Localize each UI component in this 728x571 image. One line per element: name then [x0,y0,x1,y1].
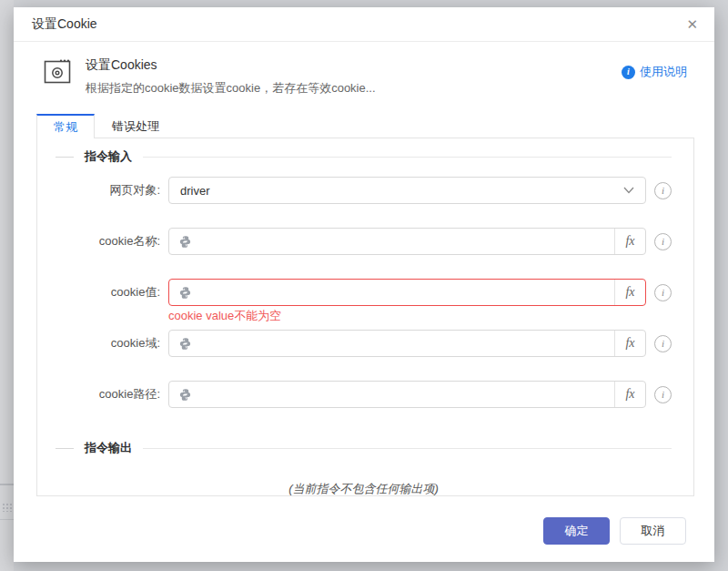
field-label: cookie域: [56,335,160,352]
info-icon[interactable]: i [654,335,672,352]
tab-general[interactable]: 常规 [36,114,95,138]
field-row-cookie-name: cookie名称: fx i [56,228,672,255]
section-dash [56,157,74,158]
browser-cookie-icon [44,59,71,84]
python-icon [178,286,192,300]
background-dots [2,503,12,512]
fx-expression-button[interactable]: fx [614,331,645,356]
info-icon[interactable]: i [654,386,672,403]
info-icon[interactable]: i [654,182,672,199]
field-row-web-object: 网页对象: driver i [56,177,672,204]
python-icon [178,235,192,249]
select-value: driver [180,184,210,198]
tab-bar: 常规 错误处理 [36,114,177,138]
validation-error-message: cookie value不能为空 [168,308,281,324]
cookie-domain-input[interactable]: fx [168,330,646,357]
cookie-path-input[interactable]: fx [168,381,646,408]
field-row-cookie-domain: cookie域: fx i [56,330,672,357]
close-icon[interactable]: ✕ [686,17,698,31]
python-icon [178,337,192,351]
input-section-header: 指令输入 [56,148,672,166]
confirm-button[interactable]: 确定 [543,517,610,545]
fx-expression-button[interactable]: fx [614,382,645,407]
dialog-title: 设置Cookie [32,16,97,33]
output-empty-message: (当前指令不包含任何输出项) [56,481,672,497]
field-label: cookie名称: [56,233,160,250]
input-section-title: 指令输入 [85,148,132,165]
command-description: 根据指定的cookie数据设置cookie，若存在等效cookie... [86,80,376,97]
cookie-name-input[interactable]: fx [168,228,646,255]
dialog-footer: 确定 取消 [543,517,686,545]
output-section-title: 指令输出 [85,440,132,456]
cookie-value-input[interactable]: fx [168,279,646,306]
dialog-titlebar: 设置Cookie ✕ [14,7,714,42]
fx-expression-button[interactable]: fx [614,280,645,305]
chevron-down-icon [623,187,634,194]
field-row-cookie-value: cookie值: fx i cookie value不能为空 [56,279,672,306]
section-rule [143,448,672,449]
usage-help-label: 使用说明 [640,64,687,80]
general-tab-panel: 指令输入 网页对象: driver i cookie名称: [36,138,694,496]
field-label: 网页对象: [56,182,160,199]
background-divider [0,484,14,485]
info-filled-icon: i [622,66,635,79]
info-icon[interactable]: i [654,284,672,301]
tab-error-handling[interactable]: 错误处理 [95,114,177,138]
command-header-text: 设置Cookies 根据指定的cookie数据设置cookie，若存在等效coo… [86,57,376,97]
background-app [0,0,14,571]
fx-expression-button[interactable]: fx [614,229,645,254]
field-label: cookie路径: [56,386,160,403]
field-row-cookie-path: cookie路径: fx i [56,381,672,408]
web-object-select[interactable]: driver [168,177,646,204]
command-header: 设置Cookies 根据指定的cookie数据设置cookie，若存在等效coo… [14,42,714,97]
section-rule [143,157,672,158]
section-dash [56,448,74,449]
field-label: cookie值: [56,284,160,301]
cancel-button[interactable]: 取消 [620,517,686,545]
set-cookie-dialog: 设置Cookie ✕ 设置Cookies 根据指定的cookie数据设置cook… [14,7,714,562]
background-divider [0,519,14,520]
python-icon [178,388,192,402]
usage-help-link[interactable]: i 使用说明 [622,64,687,80]
info-icon[interactable]: i [654,233,672,250]
output-section-header: 指令输出 [56,439,672,457]
command-title: 设置Cookies [86,57,376,74]
